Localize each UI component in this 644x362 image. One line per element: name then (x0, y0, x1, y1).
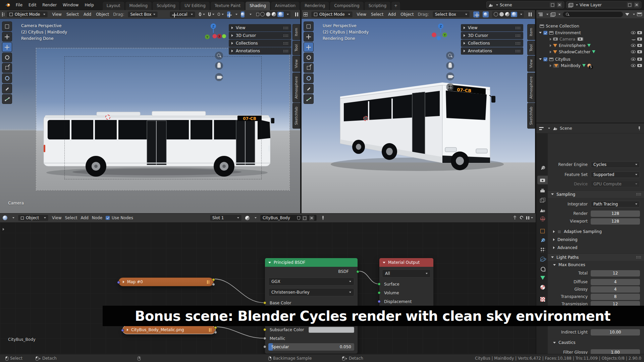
panel-view[interactable]: View (229, 24, 291, 32)
filter-icon[interactable] (625, 13, 629, 16)
pin-icon[interactable] (321, 216, 325, 220)
outliner-row-shadowcatcher[interactable]: ShadowCatcher (550, 49, 642, 55)
sidebar-expand-icon[interactable] (3, 228, 4, 231)
editor-type-dropdown[interactable] (546, 14, 548, 15)
overlays-toggle[interactable] (241, 11, 245, 17)
tool-cursor[interactable] (2, 32, 12, 42)
render-visibility-icon[interactable] (637, 58, 642, 61)
indirect-light-field[interactable]: 10.00 (591, 329, 640, 336)
tab-atmosphere[interactable]: Atmosphere (527, 73, 535, 103)
scene-selector[interactable]: Scene (486, 1, 564, 8)
editor-type-icon[interactable] (2, 12, 3, 16)
pause-icon[interactable] (529, 12, 532, 16)
mode-dropdown[interactable]: Object Mode (311, 11, 353, 18)
perspective-toggle-button[interactable] (446, 83, 454, 91)
specular-slider[interactable]: Specular0.050 (268, 343, 354, 351)
shading-wireframe-icon[interactable] (260, 12, 265, 16)
expander-icon[interactable] (550, 51, 551, 53)
tab-tool[interactable] (537, 164, 548, 172)
menu-object[interactable]: Object (95, 11, 110, 17)
output-socket-alpha[interactable] (212, 283, 215, 286)
filter-glossy-field[interactable]: 1.00 (591, 349, 640, 354)
outliner-row-scene-collection[interactable]: Scene Collection (540, 23, 579, 29)
pin-icon[interactable] (637, 126, 641, 130)
proportional-editing-dropdown[interactable] (218, 11, 224, 17)
tab-uv-editing[interactable]: UV Editing (180, 1, 210, 10)
input-socket-base-color[interactable] (263, 301, 266, 304)
input-socket-volume[interactable] (378, 291, 381, 294)
tool-rotate[interactable] (304, 53, 314, 62)
menu-view[interactable]: View (356, 11, 367, 17)
panel-3d-cursor[interactable]: 3D Cursor (461, 32, 523, 39)
tab-physics[interactable] (537, 255, 548, 263)
tab-sketchfab[interactable]: Sketchfab (527, 103, 535, 129)
input-socket-vector[interactable] (121, 329, 124, 332)
node-metalic-texture[interactable]: CityBus_Body_Metalic.png (122, 325, 216, 334)
input-socket-displacement[interactable] (378, 300, 381, 303)
menu-help[interactable]: Help (82, 1, 97, 9)
use-nodes-toggle[interactable]: Use Nodes (106, 216, 133, 220)
tab-view[interactable]: View (292, 56, 300, 72)
panel-annotations[interactable]: Annotations (461, 47, 523, 55)
menu-view[interactable]: View (52, 216, 61, 220)
hide-eye-icon[interactable] (631, 31, 636, 34)
tab-texture-paint[interactable]: Texture Paint (210, 1, 245, 10)
output-socket-bsdf[interactable] (356, 270, 359, 273)
pause-icon[interactable] (295, 12, 298, 16)
tab-render[interactable] (537, 176, 548, 184)
material-name-field[interactable]: CityBus_Body (260, 215, 317, 221)
menu-edit[interactable]: Edit (25, 1, 39, 9)
sampling-panel-header[interactable]: Sampling (548, 190, 644, 198)
subsurface-method-dropdown[interactable]: Christensen-Burley (268, 288, 354, 296)
tab-output[interactable] (537, 186, 548, 195)
output-socket-alpha[interactable] (214, 331, 217, 334)
total-bounces-field[interactable]: 12 (591, 270, 640, 277)
tab-modeling[interactable]: Modeling (125, 1, 152, 10)
node-material-output[interactable]: Material Output All Surface Volume Displ… (379, 258, 434, 307)
menu-window[interactable]: Window (60, 1, 82, 9)
tab-layout[interactable]: Layout (102, 1, 125, 10)
collection-checkbox[interactable] (543, 31, 547, 35)
gizmos-toggle[interactable] (473, 11, 479, 17)
menu-render[interactable]: Render (39, 1, 60, 9)
denoising-row[interactable]: Denoising (553, 236, 644, 243)
tool-scale[interactable] (304, 63, 314, 73)
input-socket-subsurface-color[interactable] (263, 328, 266, 331)
unlink-material-button[interactable] (309, 216, 314, 221)
advanced-row[interactable]: Advanced (553, 244, 644, 251)
new-view-layer-button[interactable] (627, 2, 632, 7)
tab-modifiers[interactable] (537, 236, 548, 245)
render-visibility-icon[interactable] (637, 38, 642, 41)
camera-frame[interactable]: 07-CB (36, 48, 289, 190)
outliner-row-envirosphere[interactable]: EnviroSphere (550, 42, 642, 49)
tool-select-box[interactable] (304, 21, 314, 31)
input-socket-specular[interactable] (263, 345, 266, 348)
snapping-icon[interactable] (526, 216, 529, 220)
node-canvas[interactable]: Map #0 CityBus_Body_Metalic.png Principl… (0, 223, 536, 354)
outliner-row-camera[interactable]: Camera (550, 36, 642, 42)
tab-scene[interactable] (537, 205, 548, 214)
collection-checkbox[interactable] (543, 57, 547, 61)
tab-animation[interactable]: Animation (271, 1, 300, 10)
tab-compositing[interactable]: Compositing (330, 1, 364, 10)
tool-annotate[interactable] (304, 84, 314, 94)
outliner-row-environment[interactable]: Environment (539, 29, 642, 36)
display-mode-icon[interactable] (550, 12, 555, 16)
panel-annotations[interactable]: Annotations (229, 47, 291, 55)
orientation-dropdown[interactable]: Local (169, 11, 196, 18)
menu-select[interactable]: Select (370, 11, 384, 17)
target-dropdown[interactable]: All (382, 269, 431, 278)
pan-button[interactable] (215, 62, 223, 70)
tool-annotate[interactable] (2, 84, 12, 94)
unlink-scene-button[interactable] (557, 2, 562, 7)
tool-cursor[interactable] (304, 32, 314, 42)
shading-solid-icon[interactable] (499, 12, 504, 16)
shader-type-dropdown[interactable]: Object (18, 215, 49, 221)
menu-select[interactable]: Select (65, 216, 77, 220)
panel-view[interactable]: View (461, 24, 523, 32)
panel-collections[interactable]: Collections (461, 40, 523, 47)
tool-measure[interactable] (2, 94, 12, 104)
editor-type-icon[interactable] (304, 12, 308, 16)
navigation-gizmo[interactable]: Z Y (427, 23, 454, 44)
menu-node[interactable]: Node (92, 216, 102, 220)
